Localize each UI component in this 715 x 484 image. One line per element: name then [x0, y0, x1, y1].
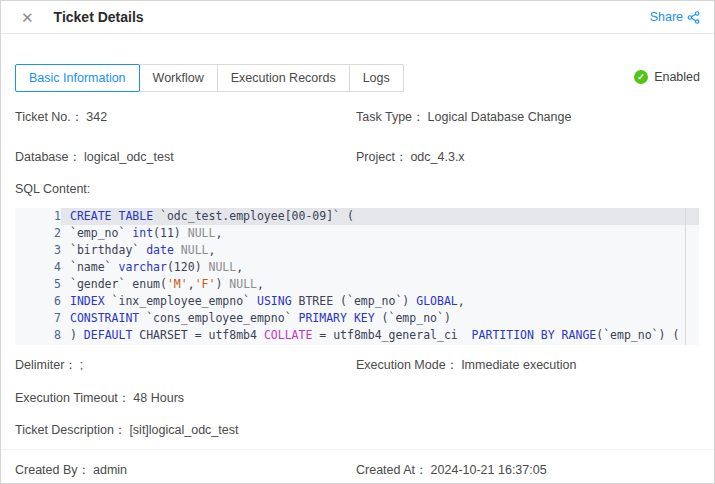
code-line: 6INDEX `inx_employee_empno` USING BTREE …: [15, 293, 699, 310]
field-ticket-description: Ticket Description：[sit]logical_odc_test: [15, 422, 356, 439]
execution-timeout-value: 48 Hours: [130, 391, 184, 405]
code-line: 4`name` varchar(120) NULL,: [15, 259, 699, 276]
editor-scrollbar-track[interactable]: [685, 208, 686, 345]
project-label: Project：: [356, 150, 407, 164]
code-text: `birthday` date NULL,: [61, 242, 699, 259]
line-number: 1: [15, 208, 61, 225]
field-database: Database：logical_odc_test: [15, 149, 356, 166]
field-row: Database：logical_odc_test Project：odc_4.…: [15, 149, 700, 166]
line-number: 8: [15, 327, 61, 344]
share-alt-icon: [687, 11, 700, 24]
created-by-value: admin: [90, 463, 127, 477]
database-label: Database：: [15, 150, 81, 164]
code-text: CONSTRAINT `cons_employee_empno` PRIMARY…: [61, 310, 699, 327]
ticket-no-label: Ticket No.：: [15, 110, 83, 124]
line-number: 5: [15, 276, 61, 293]
field-execution-mode: Execution Mode：Immediate execution: [356, 357, 700, 374]
field-row: SQL Content:: [15, 182, 700, 196]
line-number: 6: [15, 293, 61, 310]
line-number: 7: [15, 310, 61, 327]
field-task-type: Task Type：Logical Database Change: [356, 109, 700, 126]
field-row: Ticket No.：342 Task Type：Logical Databas…: [15, 109, 700, 126]
dialog-title: Ticket Details: [54, 9, 144, 25]
task-type-label: Task Type：: [356, 110, 425, 124]
field-execution-timeout: Execution Timeout：48 Hours: [15, 390, 356, 407]
code-text: ) DEFAULT CHARSET = utf8mb4 COLLATE = ut…: [61, 327, 699, 344]
field-created-by: Created By：admin: [15, 462, 356, 479]
field-created-at: Created At：2024-10-21 16:37:05: [356, 462, 700, 479]
status-label: Enabled: [654, 70, 700, 84]
footer-divider: [1, 449, 714, 450]
code-line: 2`emp_no` int(11) NULL,: [15, 225, 699, 242]
created-at-label: Created At：: [356, 463, 428, 477]
code-line: 8) DEFAULT CHARSET = utf8mb4 COLLATE = u…: [15, 327, 699, 344]
code-text: `gender` enum('M','F') NULL,: [61, 276, 699, 293]
code-line: 7CONSTRAINT `cons_employee_empno` PRIMAR…: [15, 310, 699, 327]
field-row: Delimiter：; Execution Mode：Immediate exe…: [15, 357, 700, 374]
tab-bar: Basic Information Workflow Execution Rec…: [15, 64, 404, 92]
line-number: 4: [15, 259, 61, 276]
ticket-description-label: Ticket Description：: [15, 423, 126, 437]
field-row: Execution Timeout：48 Hours: [15, 390, 700, 407]
share-button[interactable]: Share: [650, 10, 700, 24]
execution-mode-value: Immediate execution: [458, 358, 576, 372]
field-row: Ticket Description：[sit]logical_odc_test: [15, 422, 700, 439]
code-text: `emp_no` int(11) NULL,: [61, 225, 699, 242]
share-label: Share: [650, 10, 683, 24]
created-by-label: Created By：: [15, 463, 90, 477]
sql-editor[interactable]: 1CREATE TABLE `odc_test.employee[00-09]`…: [15, 208, 699, 345]
task-type-value: Logical Database Change: [425, 110, 572, 124]
tab-execution-records[interactable]: Execution Records: [217, 64, 350, 92]
code-line: 1CREATE TABLE `odc_test.employee[00-09]`…: [15, 208, 699, 225]
tab-workflow[interactable]: Workflow: [139, 64, 218, 92]
sql-code-lines: 1CREATE TABLE `odc_test.employee[00-09]`…: [15, 208, 699, 344]
enabled-check-icon: ✓: [634, 70, 648, 84]
code-line: 5`gender` enum('M','F') NULL,: [15, 276, 699, 293]
line-number: 2: [15, 225, 61, 242]
code-text: INDEX `inx_employee_empno` USING BTREE (…: [61, 293, 699, 310]
ticket-no-value: 342: [83, 110, 107, 124]
field-ticket-no: Ticket No.：342: [15, 109, 356, 126]
dialog-header: ✕ Ticket Details Share: [1, 1, 714, 34]
created-at-value: 2024-10-21 16:37:05: [428, 463, 547, 477]
delimiter-value: ;: [77, 358, 83, 372]
delimiter-label: Delimiter：: [15, 358, 77, 372]
footer-row: Created By：admin Created At：2024-10-21 1…: [15, 462, 700, 479]
status-badge: ✓ Enabled: [634, 70, 700, 84]
code-text: CREATE TABLE `odc_test.employee[00-09]` …: [61, 208, 699, 225]
ticket-details-dialog: ✕ Ticket Details Share Basic Information…: [0, 0, 715, 484]
tab-logs[interactable]: Logs: [349, 64, 404, 92]
database-value: logical_odc_test: [81, 150, 174, 164]
code-line: 3`birthday` date NULL,: [15, 242, 699, 259]
project-value: odc_4.3.x: [407, 150, 464, 164]
code-text: `name` varchar(120) NULL,: [61, 259, 699, 276]
sql-content-label: SQL Content:: [15, 182, 90, 196]
field-project: Project：odc_4.3.x: [356, 149, 700, 166]
execution-timeout-label: Execution Timeout：: [15, 391, 130, 405]
tab-basic-information[interactable]: Basic Information: [15, 64, 140, 92]
ticket-description-value: [sit]logical_odc_test: [126, 423, 238, 437]
field-delimiter: Delimiter：;: [15, 357, 356, 374]
execution-mode-label: Execution Mode：: [356, 358, 458, 372]
line-number: 3: [15, 242, 61, 259]
close-icon[interactable]: ✕: [21, 10, 34, 25]
